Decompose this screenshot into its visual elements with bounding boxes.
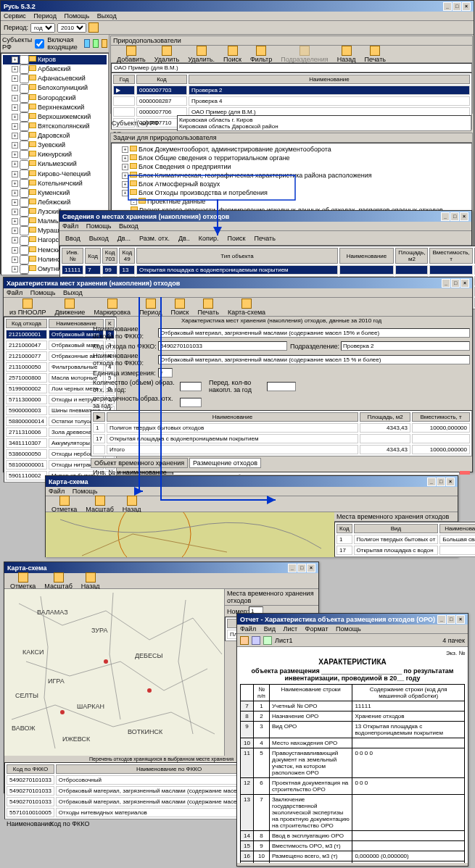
chb-2[interactable]: Маркировка <box>91 297 133 317</box>
max-btn[interactable]: □ <box>453 2 461 11</box>
region-4[interactable]: +Богородский <box>3 93 107 103</box>
menu-exit[interactable]: Выход <box>97 12 117 20</box>
mp-max[interactable]: □ <box>437 477 445 486</box>
unit-val[interactable] <box>158 368 173 377</box>
menu-period[interactable]: Период <box>33 12 57 20</box>
btn-print[interactable]: Печать <box>361 44 388 64</box>
region-11[interactable]: +Кильмезский <box>3 159 107 169</box>
rpt-ico1[interactable] <box>240 636 249 645</box>
stb-6[interactable]: Поиск <box>224 233 248 243</box>
stb-3[interactable]: Разм. отх. <box>136 233 173 243</box>
region-3[interactable]: +Белохолуницкий <box>3 83 107 93</box>
msr1[interactable]: 17Открытая площадка с водон <box>336 546 475 555</box>
refresh-icon[interactable] <box>88 22 99 33</box>
ch-min[interactable]: _ <box>442 279 450 288</box>
mp-min[interactable]: _ <box>427 477 436 486</box>
nrow-1[interactable]: 0000008287Проверка 4 <box>113 96 470 106</box>
task-0[interactable]: +Блок Документооборот, администрирование… <box>113 145 470 154</box>
btn-search[interactable]: Поиск <box>220 44 244 64</box>
m2b-0[interactable]: Отметка <box>7 571 38 591</box>
task-3[interactable]: +Блок Климатическая, географическая хара… <box>113 171 470 180</box>
task-5[interactable]: +Блок Отходы производства и потребления <box>113 188 470 197</box>
mpb-1[interactable]: Масштаб <box>83 494 117 514</box>
task-6[interactable]: -Проектные данные <box>113 197 470 206</box>
include-incoming-chk[interactable] <box>35 39 44 49</box>
period-type-select[interactable]: год <box>30 23 55 33</box>
ch-max[interactable]: □ <box>451 279 460 288</box>
m2-close[interactable]: × <box>307 564 315 572</box>
stb-2[interactable]: Дв... <box>115 233 133 243</box>
region-12[interactable]: +Кирово-Чепецкий <box>3 170 107 179</box>
before-val[interactable] <box>267 382 296 391</box>
rpm-1[interactable]: Вид <box>264 625 276 633</box>
menu-help[interactable]: Помощь <box>64 12 89 20</box>
chb-3[interactable]: Период <box>136 297 165 317</box>
f-code-val[interactable] <box>158 341 287 351</box>
rpt-sheet[interactable]: Лист1 <box>275 637 293 644</box>
region-8[interactable]: +Даровской <box>3 131 107 141</box>
chb-4[interactable]: Поиск <box>168 297 191 317</box>
m2-min[interactable]: _ <box>288 564 297 572</box>
min-btn[interactable]: _ <box>443 2 452 11</box>
period-year-select[interactable]: 2010 <box>57 23 86 33</box>
rpt-ico3[interactable] <box>263 636 272 645</box>
rp-max[interactable]: □ <box>447 615 455 624</box>
mpb-0[interactable]: Отметка <box>49 494 80 514</box>
region-1[interactable]: +Арбажский <box>3 64 107 74</box>
srow-0[interactable]: 1111179913Открытая площадка с водонепрон… <box>62 265 475 275</box>
region-14[interactable]: +Куменский <box>3 188 107 198</box>
chb-6[interactable]: Карта-схема <box>225 297 268 317</box>
region-5[interactable]: +Верхнекамский <box>3 103 107 112</box>
m2-max[interactable]: □ <box>297 564 306 572</box>
mpb-2[interactable]: Назад <box>120 494 144 514</box>
report-doc[interactable]: Экз. № ХАРАКТЕРИСТИКА объекта размещения… <box>237 647 468 863</box>
close-btn[interactable]: × <box>462 2 471 11</box>
task-2[interactable]: +Блок Сведения о предприятии <box>113 162 470 171</box>
msr0[interactable]: 1Полигон твердых бытовых отБольшая свалк… <box>336 535 475 544</box>
stm-exit[interactable]: Выход <box>119 222 139 230</box>
btn-del2[interactable]: Удалить. <box>185 44 218 64</box>
stb-7[interactable]: Печать <box>251 233 278 243</box>
region-10[interactable]: +Кикнурский <box>3 150 107 159</box>
stb-1[interactable]: Выход <box>86 233 112 243</box>
tab-place[interactable]: Размещение отходов <box>189 458 261 468</box>
menu-service[interactable]: Сервис <box>4 12 26 20</box>
region-2[interactable]: +Афанасьевский <box>3 74 107 83</box>
task-4[interactable]: +Блок Атмосферный воздух <box>113 180 470 188</box>
map2-canvas[interactable]: ВАЛАМАЗ ЗУРА КАКСИ ДЕБЕСЫ ИГРА СЕЛТЫ ШАР… <box>4 589 224 756</box>
m2b-1[interactable]: Масштаб <box>41 571 75 591</box>
m2b-2[interactable]: Назад <box>78 571 103 591</box>
chb-0[interactable]: из ПНООЛР <box>7 297 49 317</box>
btn-del[interactable]: Удалить <box>152 44 182 64</box>
region-6[interactable]: +Верхошижемский <box>3 112 107 122</box>
btn-add[interactable]: Добавить <box>114 44 149 64</box>
per-val[interactable] <box>180 398 202 407</box>
ch-close[interactable]: × <box>460 279 469 288</box>
rpm-3[interactable]: Формат <box>305 625 329 633</box>
chm-2[interactable]: Выход <box>63 289 83 296</box>
stm-file[interactable]: Файл <box>62 222 78 230</box>
del-inv-icon[interactable] <box>460 471 470 475</box>
co-row1[interactable]: 1Полигон твердых бытовых отходов4343,431… <box>93 423 470 433</box>
qty-val[interactable] <box>180 382 202 391</box>
st-max[interactable]: □ <box>450 212 459 221</box>
st-close[interactable]: × <box>460 212 468 221</box>
chb-5[interactable]: Печать <box>194 297 221 317</box>
rpm-4[interactable]: Помощь <box>336 625 361 633</box>
tool-icon-2[interactable] <box>93 39 99 48</box>
nrow-0[interactable]: ▶0000007703Проверка 2 <box>113 85 470 95</box>
stb-4[interactable]: Дв.. <box>175 233 193 243</box>
chb-1[interactable]: Движение <box>51 297 88 317</box>
rpt-ico2[interactable] <box>252 636 260 645</box>
task-1[interactable]: +Блок Общие сведения о территориальном о… <box>113 154 470 162</box>
mp-close[interactable]: × <box>446 477 455 486</box>
tool-icon-1[interactable] <box>84 39 90 48</box>
rp-min[interactable]: _ <box>437 615 446 624</box>
stb-0[interactable]: Ввод <box>62 233 83 243</box>
rp-close[interactable]: × <box>456 615 465 624</box>
map-side-grid[interactable]: КодВидНаименование 1Полигон твердых быто… <box>334 522 475 557</box>
tab-tmp[interactable]: Объект временного хранения <box>91 458 188 468</box>
region-0[interactable]: +Киров <box>3 55 107 64</box>
chm-1[interactable]: Помощь <box>30 289 56 296</box>
st-min[interactable]: _ <box>441 212 450 221</box>
